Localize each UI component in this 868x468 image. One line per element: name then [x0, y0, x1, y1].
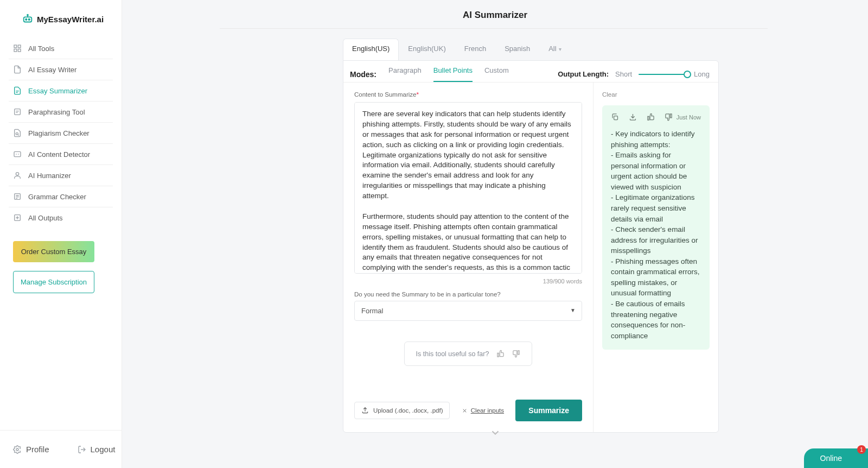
svg-rect-0 — [24, 17, 32, 22]
online-label: Online — [820, 454, 842, 463]
svg-rect-8 — [15, 109, 21, 115]
order-essay-button[interactable]: Order Custom Essay — [13, 241, 94, 262]
sidebar-item-all-tools[interactable]: All Tools — [9, 38, 113, 59]
sidebar-item-humanizer[interactable]: AI Humanizer — [9, 165, 113, 186]
sidebar-item-essay-summarizer[interactable]: Essay Summarizer — [9, 80, 113, 101]
sidebar-item-outputs[interactable]: All Outputs — [9, 207, 113, 228]
manage-subscription-button[interactable]: Manage Subscription — [13, 271, 94, 293]
bullet-item: - Key indicators to identify phishing at… — [611, 129, 701, 150]
tool-card: Modes: Paragraph Bullet Points Custom Ou… — [343, 60, 719, 433]
sidebar-item-grammar[interactable]: Grammar Checker — [9, 186, 113, 207]
mode-custom[interactable]: Custom — [484, 66, 509, 82]
svg-rect-10 — [14, 151, 21, 156]
thumbs-up-icon[interactable] — [496, 350, 505, 358]
logout-link[interactable]: Logout — [73, 442, 120, 456]
feedback-box: Is this tool useful so far? — [404, 341, 532, 366]
mode-bullet-points[interactable]: Bullet Points — [433, 66, 473, 82]
divider — [220, 28, 768, 29]
slider-knob[interactable] — [684, 71, 691, 78]
main: AI Summarizer English(US) English(UK) Fr… — [122, 0, 868, 468]
profile-label: Profile — [26, 445, 49, 454]
nav-label: All Tools — [28, 45, 54, 53]
nav-label: Plagiarism Checker — [28, 129, 90, 137]
content-label-text: Content to Summarize — [354, 91, 416, 98]
copy-icon[interactable] — [611, 113, 619, 121]
tab-all[interactable]: All▾ — [539, 39, 570, 60]
thumbs-down-icon[interactable] — [665, 113, 673, 121]
bullet-item: - Be cautious of emails threatening nega… — [611, 299, 701, 341]
logo[interactable]: MyEssayWriter.ai — [0, 0, 122, 38]
notification-badge: 1 — [857, 445, 866, 454]
mode-paragraph[interactable]: Paragraph — [388, 66, 422, 82]
output-header: Just Now — [611, 113, 701, 121]
tone-select[interactable]: Formal — [354, 301, 582, 321]
brand-text: MyEssayWriter.ai — [37, 15, 104, 24]
tab-english-us[interactable]: English(US) — [343, 39, 399, 60]
output-length-short: Short — [615, 70, 632, 78]
humanizer-icon — [13, 171, 22, 180]
sidebar: MyEssayWriter.ai All Tools AI Essay Writ… — [0, 0, 122, 468]
chevron-down-icon — [489, 427, 501, 439]
thumbs-up-icon[interactable] — [647, 113, 655, 121]
output-timestamp: Just Now — [676, 114, 701, 121]
summarize-icon — [13, 86, 22, 95]
nav-label: AI Content Detector — [28, 150, 90, 159]
gear-icon — [13, 445, 22, 454]
nav-label: AI Essay Writer — [28, 66, 76, 74]
tab-spanish[interactable]: Spanish — [495, 39, 539, 60]
clear-output-link[interactable]: Clear — [602, 91, 617, 98]
nav-label: AI Humanizer — [28, 172, 71, 180]
svg-point-3 — [27, 15, 28, 16]
close-icon — [462, 408, 468, 414]
svg-point-11 — [16, 173, 18, 175]
thumbs-down-icon[interactable] — [512, 350, 520, 358]
chevron-down-icon: ▾ — [559, 46, 561, 52]
required-star: * — [416, 91, 418, 98]
svg-point-2 — [29, 19, 30, 20]
grid-icon — [13, 44, 22, 53]
download-icon[interactable] — [629, 113, 637, 121]
paraphrase-icon — [13, 107, 22, 116]
upload-button[interactable]: Upload (.doc, .docx, .pdf) — [354, 402, 450, 419]
sidebar-item-plagiarism[interactable]: Plagiarism Checker — [9, 123, 113, 143]
detector-icon — [13, 150, 22, 159]
outputs-icon — [13, 213, 22, 222]
clear-inputs-link[interactable]: Clear inputs — [462, 407, 504, 414]
tab-all-label: All — [548, 45, 556, 53]
sidebar-item-ai-detector[interactable]: AI Content Detector — [9, 144, 113, 165]
svg-rect-7 — [18, 49, 21, 52]
svg-rect-4 — [14, 45, 17, 48]
output-bullets: - Key indicators to identify phishing at… — [611, 129, 701, 341]
svg-rect-15 — [614, 116, 618, 120]
feedback-question: Is this tool useful so far? — [416, 350, 489, 358]
sidebar-item-essay-writer[interactable]: AI Essay Writer — [9, 59, 113, 80]
bullet-item: - Check sender's email address for irreg… — [611, 224, 701, 256]
nav: All Tools AI Essay Writer Essay Summariz… — [0, 38, 122, 228]
nav-label: Paraphrasing Tool — [28, 108, 85, 116]
nav-label: Grammar Checker — [28, 193, 86, 201]
tab-french[interactable]: French — [455, 39, 495, 60]
robot-icon — [22, 13, 34, 25]
output-length-label: Output Length: — [558, 70, 609, 78]
modes-label: Modes: — [350, 70, 376, 79]
online-chat-button[interactable]: Online 1 — [804, 448, 868, 468]
grammar-icon — [13, 192, 22, 201]
input-footer: Upload (.doc, .docx, .pdf) Clear inputs … — [354, 400, 582, 422]
tab-english-uk[interactable]: English(UK) — [399, 39, 455, 60]
bullet-item: - Phishing messages often contain gramma… — [611, 256, 701, 299]
output-length-slider[interactable] — [639, 74, 687, 75]
logout-label: Logout — [91, 445, 116, 454]
content-textarea[interactable]: There are several key indicators that ca… — [354, 102, 582, 274]
columns: Content to Summarize* There are several … — [343, 83, 718, 432]
language-tabs: English(US) English(UK) French Spanish A… — [343, 39, 868, 60]
svg-rect-6 — [14, 49, 17, 52]
profile-link[interactable]: Profile — [9, 442, 54, 456]
clear-inputs-label: Clear inputs — [471, 407, 504, 414]
sidebar-item-paraphrasing[interactable]: Paraphrasing Tool — [9, 102, 113, 122]
page-chevron-down[interactable] — [489, 427, 501, 441]
nav-label: All Outputs — [28, 214, 63, 222]
summarize-button[interactable]: Summarize — [515, 400, 582, 421]
output-actions — [611, 113, 673, 121]
bullet-item: - Emails asking for personal information… — [611, 150, 701, 192]
plagiarism-icon — [13, 129, 22, 137]
